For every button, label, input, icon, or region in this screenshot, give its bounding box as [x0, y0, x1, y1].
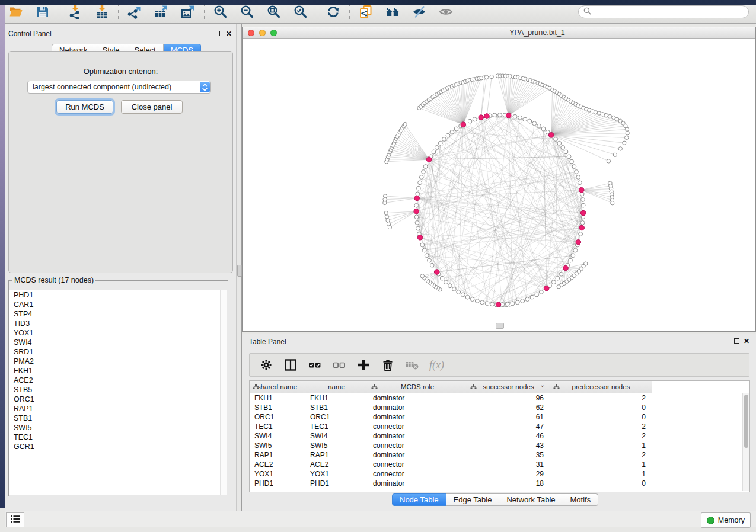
network-node[interactable] [442, 137, 446, 142]
vertical-splitter[interactable] [237, 24, 242, 511]
mcds-network-node[interactable] [417, 235, 423, 241]
network-node[interactable] [569, 258, 573, 262]
mcds-result-item[interactable]: SWI4 [9, 338, 227, 347]
mcds-network-node[interactable] [548, 133, 554, 138]
network-node[interactable] [518, 116, 522, 120]
table-row[interactable]: FKH1FKH1dominator962 [250, 393, 749, 403]
network-node[interactable] [418, 181, 422, 185]
network-node[interactable] [416, 192, 420, 196]
network-node[interactable] [581, 203, 585, 207]
network-node[interactable] [561, 146, 565, 150]
network-node[interactable] [383, 194, 387, 198]
import-network-icon[interactable] [68, 5, 82, 19]
table-row[interactable]: SWI5SWI5connector431 [250, 441, 749, 450]
mcds-result-item[interactable]: FKH1 [9, 366, 227, 376]
add-column-icon[interactable] [356, 358, 371, 372]
zoom-in-icon[interactable] [213, 5, 228, 19]
network-node[interactable] [552, 280, 556, 284]
column-header-predecessor-nodes[interactable]: predecessor nodes [550, 381, 652, 393]
network-node[interactable] [419, 175, 423, 180]
mcds-result-item[interactable]: PMA2 [9, 357, 227, 366]
network-node[interactable] [457, 290, 461, 294]
network-node[interactable] [573, 248, 578, 252]
network-node[interactable] [557, 141, 562, 145]
network-node[interactable] [425, 254, 429, 258]
network-node[interactable] [422, 170, 426, 174]
mcds-network-node[interactable] [563, 265, 569, 271]
mcds-network-node[interactable] [496, 302, 501, 307]
network-node[interactable] [572, 165, 576, 169]
network-node[interactable] [468, 119, 472, 123]
network-node[interactable] [417, 186, 421, 190]
network-node[interactable] [485, 302, 489, 306]
network-node[interactable] [387, 222, 390, 226]
network-node[interactable] [430, 263, 434, 267]
control-panel-float-icon[interactable] [215, 31, 220, 36]
network-node[interactable] [420, 243, 425, 247]
network-node[interactable] [570, 159, 574, 164]
mcds-result-item[interactable]: CAR1 [9, 300, 227, 309]
network-node[interactable] [438, 141, 442, 145]
network-node[interactable] [532, 121, 537, 126]
save-session-icon[interactable] [36, 5, 50, 19]
network-node[interactable] [580, 221, 585, 225]
mcds-result-item[interactable]: STP4 [9, 309, 227, 319]
tab-edge-table[interactable]: Edge Table [446, 493, 500, 506]
network-node[interactable] [386, 219, 390, 222]
network-node[interactable] [623, 141, 626, 145]
first-neighbors-icon[interactable] [385, 5, 400, 19]
network-node[interactable] [530, 295, 534, 299]
network-node[interactable] [535, 293, 539, 297]
mcds-result-item[interactable]: ACE2 [9, 376, 227, 385]
table-row[interactable]: PHD1PHD1dominator180 [250, 479, 749, 488]
table-options-icon[interactable] [259, 358, 273, 372]
mcds-result-item[interactable]: SWI5 [9, 423, 227, 432]
table-row[interactable]: SWI4SWI4dominator462 [250, 431, 749, 441]
network-graph[interactable] [243, 38, 756, 331]
delete-column-icon[interactable] [381, 358, 395, 372]
optimization-criterion-select[interactable]: largest connected component (undirected) [27, 81, 211, 94]
network-node[interactable] [435, 146, 439, 150]
network-node[interactable] [601, 113, 604, 116]
sort-chevron-icon[interactable]: ⌄ [540, 382, 545, 388]
zoom-out-icon[interactable] [240, 5, 254, 19]
zoom-fit-icon[interactable] [267, 5, 281, 19]
network-node[interactable] [557, 285, 560, 289]
column-header-shared-name[interactable]: shared name [250, 381, 305, 393]
network-node[interactable] [559, 272, 563, 276]
table-scrollbar-thumb[interactable] [744, 395, 748, 448]
network-node[interactable] [493, 113, 497, 117]
network-node[interactable] [613, 153, 617, 156]
open-file-icon[interactable] [9, 5, 23, 19]
hide-graphics-details-icon[interactable] [412, 5, 426, 19]
network-node[interactable] [454, 127, 458, 131]
control-panel-close-icon[interactable]: ✕ [226, 31, 232, 37]
network-node[interactable] [475, 299, 479, 303]
mcds-network-node[interactable] [461, 122, 466, 127]
network-node[interactable] [608, 114, 611, 118]
select-all-rows-icon[interactable] [308, 358, 322, 372]
network-node[interactable] [423, 165, 428, 169]
network-node[interactable] [384, 211, 388, 215]
window-close-icon[interactable] [248, 30, 254, 36]
network-node[interactable] [626, 132, 629, 135]
network-node[interactable] [539, 290, 543, 294]
network-node[interactable] [415, 221, 419, 225]
network-node[interactable] [484, 75, 488, 79]
mcds-result-item[interactable]: GCR1 [9, 442, 227, 451]
network-node[interactable] [537, 124, 541, 128]
mcds-result-item[interactable]: ORC1 [9, 395, 227, 404]
tab-motifs[interactable]: Motifs [563, 493, 599, 506]
network-node[interactable] [528, 119, 532, 123]
tab-node-table[interactable]: Node Table [392, 493, 446, 506]
network-node[interactable] [578, 181, 582, 185]
network-node[interactable] [581, 198, 585, 202]
network-node[interactable] [422, 248, 426, 252]
table-panel-close-icon[interactable]: ✕ [744, 338, 749, 344]
network-node[interactable] [448, 284, 452, 288]
show-graphics-details-icon[interactable] [439, 5, 453, 19]
network-node[interactable] [515, 300, 519, 305]
network-window-titlebar[interactable]: YPA_prune.txt_1 [243, 27, 755, 39]
network-view-grip[interactable] [496, 323, 504, 329]
network-node[interactable] [521, 299, 525, 303]
